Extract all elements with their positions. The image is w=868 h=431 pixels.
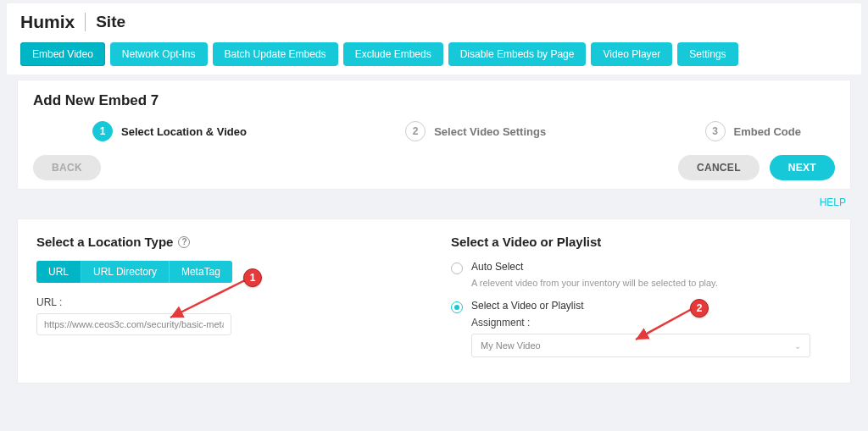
url-label: URL :	[36, 296, 417, 308]
help-icon[interactable]: ?	[178, 236, 190, 248]
seg-url[interactable]: URL	[36, 261, 81, 283]
global-tabs: Embed Video Network Opt-Ins Batch Update…	[7, 37, 861, 75]
assignment-value: My New Video	[481, 340, 541, 351]
help-link[interactable]: HELP	[820, 196, 846, 208]
tab-embed-video[interactable]: Embed Video	[20, 42, 105, 66]
site-name: Site	[96, 13, 125, 31]
seg-metatag[interactable]: MetaTag	[170, 261, 232, 283]
cancel-button[interactable]: CANCEL	[678, 155, 760, 180]
assignment-dropdown[interactable]: My New Video ⌄	[471, 334, 810, 357]
radio-select-video[interactable]	[451, 301, 463, 313]
help-row: HELP	[0, 190, 868, 212]
stepper: 1 Select Location & Video 2 Select Video…	[33, 121, 835, 141]
panel-title: Add New Embed 7	[33, 92, 835, 109]
annotation-marker-2: 2	[690, 299, 709, 318]
tab-batch-update[interactable]: Batch Update Embeds	[213, 42, 338, 66]
step-1[interactable]: 1 Select Location & Video	[92, 121, 247, 141]
divider	[85, 13, 86, 31]
radio-select-label: Select a Video or Playlist	[471, 300, 584, 312]
url-input[interactable]	[36, 313, 231, 335]
step-1-label: Select Location & Video	[121, 125, 247, 138]
header: Humix Site	[7, 3, 861, 37]
tab-video-player[interactable]: Video Player	[591, 42, 672, 66]
chevron-down-icon: ⌄	[794, 341, 801, 351]
annotation-marker-1: 1	[243, 268, 262, 287]
seg-url-directory[interactable]: URL Directory	[81, 261, 170, 283]
tab-network-opt-ins[interactable]: Network Opt-Ins	[110, 42, 208, 66]
wizard-panel: Add New Embed 7 1 Select Location & Vide…	[17, 80, 851, 190]
assignment-label: Assignment :	[471, 317, 832, 329]
location-type-segmented: URL URL Directory MetaTag	[36, 261, 232, 283]
back-button[interactable]: BACK	[33, 155, 101, 180]
step-3-num: 3	[705, 121, 726, 141]
next-button[interactable]: NEXT	[770, 155, 835, 180]
step-2[interactable]: 2 Select Video Settings	[405, 121, 546, 141]
tab-settings[interactable]: Settings	[677, 42, 737, 66]
step-2-num: 2	[405, 121, 426, 141]
tab-disable-by-page[interactable]: Disable Embeds by Page	[448, 42, 587, 66]
location-column: Select a Location Type ? URL URL Directo…	[36, 235, 417, 357]
step-1-num: 1	[92, 121, 113, 141]
radio-auto-label: Auto Select	[471, 261, 523, 273]
step-2-label: Select Video Settings	[434, 125, 546, 138]
brand: Humix	[20, 12, 75, 32]
location-title: Select a Location Type	[36, 235, 173, 249]
step-3[interactable]: 3 Embed Code	[705, 121, 801, 141]
video-column: Select a Video or Playlist Auto Select A…	[451, 235, 832, 357]
video-title: Select a Video or Playlist	[451, 235, 601, 249]
radio-auto-select[interactable]	[451, 262, 463, 274]
step-3-label: Embed Code	[734, 125, 801, 138]
config-panel: Select a Location Type ? URL URL Directo…	[17, 218, 851, 384]
radio-auto-sub: A relevent video from your inventory wil…	[471, 278, 832, 288]
tab-exclude-embeds[interactable]: Exclude Embeds	[343, 42, 443, 66]
